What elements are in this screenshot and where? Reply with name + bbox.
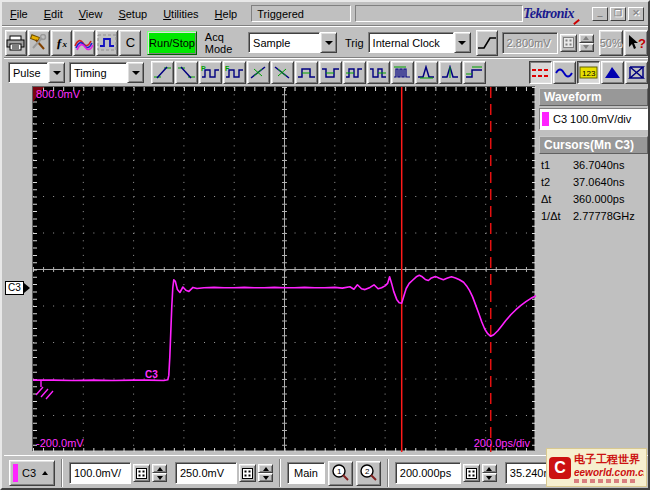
vertical-offset-spinner[interactable]: 250.0mV xyxy=(175,461,273,485)
measure-fall-time-button[interactable] xyxy=(175,61,198,84)
eye-diagram-button[interactable] xyxy=(625,61,648,84)
menu-utilities[interactable]: Utilities xyxy=(155,5,206,23)
fall-time-icon xyxy=(177,65,196,80)
math-fx-button[interactable]: ƒx xyxy=(51,30,73,56)
context-help-button[interactable]: ? xyxy=(624,30,648,56)
spin-down-button[interactable] xyxy=(482,473,497,482)
restore-button[interactable]: ❐ xyxy=(610,7,626,21)
setup-tools-button[interactable] xyxy=(28,30,50,56)
readout-t2: t237.0640ns xyxy=(539,176,648,188)
measurement-readout-button[interactable]: 123 xyxy=(577,61,600,84)
measure-pos-duty-button[interactable] xyxy=(343,61,366,84)
frequency-icon: F xyxy=(225,65,244,80)
menu-setup[interactable]: Setup xyxy=(110,5,155,23)
settling-step-icon xyxy=(465,65,484,80)
negative-width-icon xyxy=(321,65,340,80)
fx-icon: ƒx xyxy=(56,35,67,51)
main-toolbar: ƒx C Run/Stop Acq Mode Sample Trig Inter… xyxy=(4,28,648,58)
subcategory-dropdown-arrow[interactable] xyxy=(127,62,144,83)
zoom1-button[interactable]: 1 xyxy=(328,461,353,486)
acq-mode-label: Acq Mode xyxy=(205,31,244,55)
spin-up-button[interactable] xyxy=(258,464,273,473)
acq-mode-select[interactable]: Sample xyxy=(248,32,337,53)
spin-down-button[interactable] xyxy=(579,43,594,52)
measure-period-button[interactable]: P xyxy=(199,61,222,84)
spin-down-button[interactable] xyxy=(258,473,273,482)
acq-mode-dropdown-arrow[interactable] xyxy=(320,32,337,53)
separator xyxy=(279,459,281,487)
close-button[interactable]: ✕ xyxy=(628,7,644,21)
menu-help[interactable]: Help xyxy=(207,5,246,23)
zoom2-button[interactable]: 2 xyxy=(356,461,381,486)
timebase-scale-spinner[interactable]: 200.000ps xyxy=(395,461,497,485)
spin-up-button[interactable] xyxy=(482,464,497,473)
measure-cross-rise-button[interactable] xyxy=(247,61,270,84)
keypad-icon xyxy=(563,37,574,48)
trig-dropdown-arrow[interactable] xyxy=(454,32,471,53)
histogram-button[interactable] xyxy=(601,61,624,84)
period-icon: P xyxy=(201,65,220,80)
measure-burst-width-button[interactable] xyxy=(391,61,414,84)
measure-peak-button[interactable] xyxy=(439,61,462,84)
channel-c3-position-marker[interactable]: C3 xyxy=(5,281,30,295)
down-arrow-icon xyxy=(583,45,589,49)
trigger-level-spinner[interactable]: 2.800mV xyxy=(502,31,594,55)
burst-width-icon xyxy=(393,65,412,80)
logo-red-tick xyxy=(573,18,580,24)
tools-icon xyxy=(30,34,48,51)
minimize-button[interactable]: _ xyxy=(592,7,608,21)
timebase-view-select[interactable]: Main xyxy=(287,462,325,484)
keypad-button[interactable] xyxy=(133,464,150,482)
measure-settling-button[interactable] xyxy=(463,61,486,84)
spin-up-button[interactable] xyxy=(152,464,167,473)
measure-neg-width-button[interactable] xyxy=(319,61,342,84)
spin-down-button[interactable] xyxy=(152,473,167,482)
measure-category-select[interactable]: Pulse xyxy=(8,62,65,83)
positive-width-icon xyxy=(297,65,316,80)
measure-neg-duty-button[interactable] xyxy=(367,61,390,84)
negative-duty-icon xyxy=(369,65,388,80)
keypad-button[interactable] xyxy=(239,464,256,482)
measure-subcategory-select[interactable]: Timing xyxy=(69,62,144,83)
down-arrow-icon xyxy=(157,476,163,480)
chevron-down-icon xyxy=(325,41,333,45)
measure-rise-time-button[interactable] xyxy=(151,61,174,84)
printer-icon xyxy=(6,35,25,51)
waveform-display[interactable]: 800.0mV -200.0mV 200.0ps/div C3 xyxy=(32,86,535,451)
autoset-pulse-button[interactable] xyxy=(96,30,118,56)
waveform-properties-button[interactable] xyxy=(73,30,95,56)
vertical-scale-spinner[interactable]: 100.0mV/ xyxy=(69,461,167,485)
keypad-button[interactable] xyxy=(560,34,577,52)
trigger-slope-button[interactable] xyxy=(476,30,498,56)
chevron-down-icon xyxy=(132,71,140,75)
keypad-button[interactable] xyxy=(463,464,480,482)
pulse-select-icon xyxy=(97,34,117,51)
waveform-display-button[interactable] xyxy=(553,61,576,84)
trigger-source-select[interactable]: Internal Clock xyxy=(368,32,471,53)
channel-select-button[interactable]: C3 xyxy=(9,460,55,486)
measure-pos-overshoot-button[interactable] xyxy=(415,61,438,84)
category-dropdown-arrow[interactable] xyxy=(48,62,65,83)
clear-data-button[interactable]: C xyxy=(119,30,141,56)
sine-wave-icon xyxy=(555,65,574,80)
trigger-50pct-button[interactable]: 50% xyxy=(599,30,623,56)
menu-file[interactable]: File xyxy=(2,5,36,23)
menu-view[interactable]: View xyxy=(71,5,111,23)
channel-marker-strip: C3 xyxy=(4,86,32,455)
menu-bar: File Edit View Setup Utilities Help Trig… xyxy=(2,2,648,26)
waveform-panel-header: Waveform xyxy=(539,88,648,106)
measure-cross-fall-button[interactable] xyxy=(271,61,294,84)
cursors-toggle-button[interactable] xyxy=(529,61,552,84)
print-button[interactable] xyxy=(5,30,27,56)
down-arrow-icon xyxy=(263,476,269,480)
spin-up-button[interactable] xyxy=(579,34,594,43)
measure-frequency-button[interactable]: F xyxy=(223,61,246,84)
run-stop-button[interactable]: Run/Stop xyxy=(147,31,197,55)
waveform-entry-label: C3 100.0mV/div xyxy=(553,113,631,125)
marker-arrow-icon xyxy=(24,283,30,293)
measure-pos-width-button[interactable] xyxy=(295,61,318,84)
waveform-list-entry[interactable]: C3 100.0mV/div xyxy=(539,108,648,130)
menu-edit[interactable]: Edit xyxy=(36,5,71,23)
svg-text:?: ? xyxy=(638,36,646,51)
up-arrow-icon xyxy=(157,467,163,471)
